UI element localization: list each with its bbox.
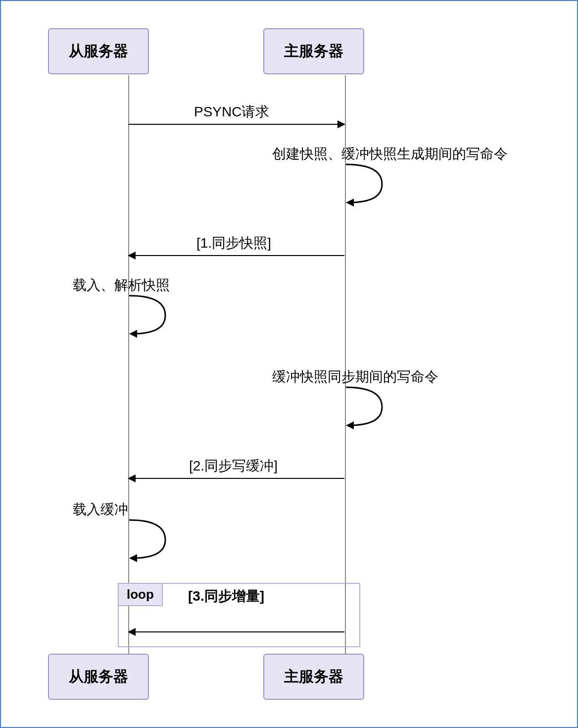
msg-load-parse-label: 载入、解析快照 xyxy=(73,276,170,295)
participant-label: 从服务器 xyxy=(69,43,128,59)
participant-label: 从服务器 xyxy=(69,668,128,684)
msg-psync-label: PSYNC请求 xyxy=(194,103,269,121)
self-loop-create-snapshot xyxy=(345,162,394,207)
arrow-sync-snapshot xyxy=(129,255,344,256)
arrow-loop-sync xyxy=(129,631,344,632)
self-loop-load-buffer xyxy=(128,518,178,562)
self-loop-buffer-sync xyxy=(345,385,394,429)
msg-load-buffer-label: 载入缓冲 xyxy=(73,500,128,519)
participant-master-bottom: 主服务器 xyxy=(263,654,364,700)
svg-marker-3 xyxy=(129,554,137,562)
svg-marker-2 xyxy=(346,421,354,429)
svg-marker-0 xyxy=(346,199,354,207)
arrow-sync-write-buffer xyxy=(129,478,344,479)
svg-marker-1 xyxy=(129,330,137,338)
lifeline-slave xyxy=(128,75,129,655)
arrow-psync xyxy=(129,124,344,125)
msg-sync-snapshot-label: [1.同步快照] xyxy=(196,234,271,253)
loop-title: [3.同步增量] xyxy=(188,587,264,606)
participant-label: 主服务器 xyxy=(284,43,343,59)
msg-create-snapshot-label: 创建快照、缓冲快照生成期间的写命令 xyxy=(272,145,508,163)
self-loop-load-parse xyxy=(128,293,178,338)
msg-buffer-sync-label: 缓冲快照同步期间的写命令 xyxy=(272,367,438,386)
sequence-diagram: 从服务器 主服务器 PSYNC请求 创建快照、缓冲快照生成期间的写命令 [1.同… xyxy=(0,0,578,728)
loop-fragment: loop [3.同步增量] xyxy=(118,583,360,647)
participant-master-top: 主服务器 xyxy=(263,28,364,74)
participant-slave-top: 从服务器 xyxy=(48,28,149,74)
msg-sync-write-buffer-label: [2.同步写缓冲] xyxy=(189,457,278,475)
participant-slave-bottom: 从服务器 xyxy=(48,654,149,700)
participant-label: 主服务器 xyxy=(284,668,343,684)
loop-tag: loop xyxy=(118,583,163,606)
